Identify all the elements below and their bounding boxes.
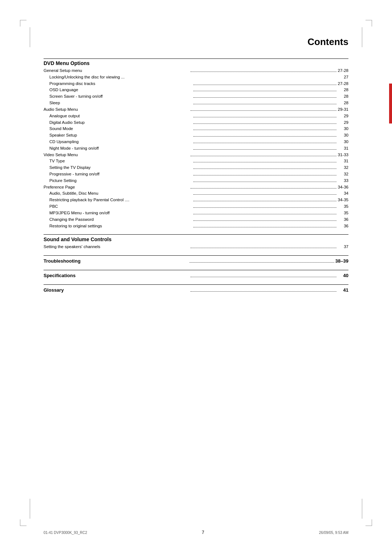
main-content: Contents DVD Menu Options General Setup … <box>44 36 348 519</box>
toc-speaker-setup: Speaker Setup 30 <box>44 132 348 139</box>
section-header-dvd: DVD Menu Options <box>44 60 348 66</box>
section-header-sound: Sound and Volume Controls <box>44 236 348 242</box>
toc-progressive: Progressive - turning on/off 32 <box>44 171 348 178</box>
toc-glossary: Glossary 41 <box>44 287 348 294</box>
section-dvd-menu: DVD Menu Options General Setup menu 27-2… <box>44 60 348 229</box>
footer: 01-41 DVP3000K_93_RC2 7 26/09/05, 9:53 A… <box>44 530 348 535</box>
toc-picture: Picture Setting 33 <box>44 178 348 184</box>
page: English Contents DVD Menu Options Genera… <box>0 0 392 555</box>
section-specifications: Specifications 40 <box>44 272 348 279</box>
corner-mark-tr <box>366 20 372 27</box>
side-line-left <box>30 27 30 47</box>
page-title: Contents <box>44 36 348 48</box>
toc-general-setup: General Setup menu 27-28 <box>44 68 348 74</box>
toc-cd-upsampling: CD Upsampling 30 <box>44 139 348 145</box>
side-line-right <box>362 27 362 47</box>
toc-osd: OSD Language 28 <box>44 87 348 93</box>
toc-preference: Preference Page 34-36 <box>44 184 348 191</box>
toc-speakers-channels: Setting the speakers' channels 37 <box>44 244 348 250</box>
toc-password: Changing the Password 36 <box>44 216 348 223</box>
toc-tv-display: Setting the TV Display 32 <box>44 165 348 171</box>
toc-troubleshooting: Troubleshooting 38–39 <box>44 258 348 265</box>
english-tab: English <box>389 84 392 123</box>
corner-mark-tl <box>20 20 26 27</box>
side-line-left2 <box>30 499 30 519</box>
section-glossary: Glossary 41 <box>44 287 348 294</box>
divider-specifications <box>44 270 348 270</box>
corner-mark-bl <box>20 519 26 526</box>
toc-locking: Locking/Unlocking the disc for viewing .… <box>44 74 348 81</box>
toc-parental: Restricting playback by Parental Control… <box>44 197 348 203</box>
toc-sleep: Sleep 28 <box>44 100 348 106</box>
toc-video-setup: Video Setup Menu 31-33 <box>44 152 348 158</box>
toc-programming: Programming disc tracks 27-28 <box>44 81 348 87</box>
divider-dvd <box>44 58 348 59</box>
side-line-right2 <box>362 499 362 519</box>
toc-specifications: Specifications 40 <box>44 272 348 279</box>
toc-mp3jpeg: MP3/JPEG Menu - turning on/off 35 <box>44 210 348 216</box>
toc-restore: Restoring to original settings 36 <box>44 223 348 230</box>
divider-glossary <box>44 284 348 285</box>
toc-digital-audio: Digital Audio Setup 29 <box>44 119 348 126</box>
section-sound: Sound and Volume Controls Setting the sp… <box>44 236 348 250</box>
toc-audio-setup: Audio Setup Menu 29-31 <box>44 106 348 113</box>
toc-sound-mode: Sound Mode 30 <box>44 126 348 132</box>
toc-audio-subtitle: Audio, Subtitle, Disc Menu 34 <box>44 190 348 197</box>
divider-sound <box>44 234 348 235</box>
toc-pbc: PBC 35 <box>44 203 348 210</box>
divider-troubleshooting <box>44 255 348 256</box>
footer-center: 7 <box>202 530 204 535</box>
footer-right: 26/09/05, 9:53 AM <box>319 531 348 535</box>
corner-mark-br <box>366 519 372 526</box>
toc-analogue: Analogue output 29 <box>44 113 348 119</box>
toc-tv-type: TV Type 31 <box>44 158 348 165</box>
toc-night-mode: Night Mode - turning on/off 31 <box>44 145 348 152</box>
footer-left: 01-41 DVP3000K_93_RC2 <box>44 531 87 535</box>
section-troubleshooting: Troubleshooting 38–39 <box>44 258 348 265</box>
toc-screensaver: Screen Saver - turning on/off 28 <box>44 93 348 100</box>
